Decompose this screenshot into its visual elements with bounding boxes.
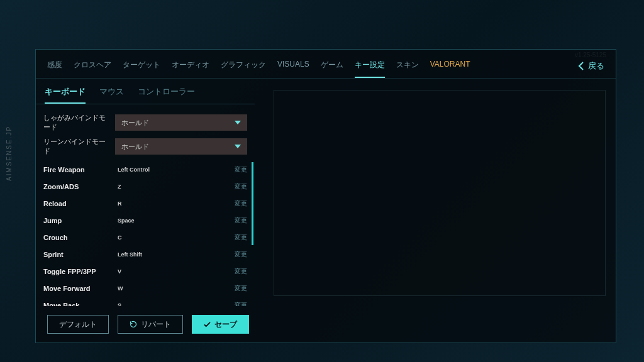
binding-key: Left Shift: [118, 251, 228, 258]
scrollbar[interactable]: [252, 162, 253, 305]
binding-key: Z: [118, 184, 228, 190]
change-button[interactable]: 変更: [235, 284, 247, 293]
default-button[interactable]: デフォルト: [47, 315, 109, 334]
back-label: 戻る: [588, 60, 604, 72]
main-tabs: 感度クロスヘアターゲットオーディオグラフィックVISUALSゲームキー設定スキン…: [47, 60, 578, 78]
revert-label: リバート: [141, 319, 171, 330]
settings-panel: 感度クロスヘアターゲットオーディオグラフィックVISUALSゲームキー設定スキン…: [35, 49, 616, 343]
back-button[interactable]: 戻る: [578, 60, 604, 78]
binding-key: S: [118, 302, 228, 307]
main-tab-4[interactable]: グラフィック: [221, 60, 266, 78]
binding-key: R: [118, 200, 228, 207]
main-tab-9[interactable]: VALORANT: [430, 60, 470, 78]
preview-pane: [274, 90, 606, 296]
change-button[interactable]: 変更: [235, 199, 247, 208]
check-icon: [204, 322, 211, 327]
binding-row: Fire WeaponLeft Control変更: [36, 161, 255, 178]
chevron-down-icon: [235, 145, 241, 148]
sub-tab-2[interactable]: コントローラー: [138, 86, 195, 104]
watermark-text: AIMSENSE.JP: [6, 126, 13, 181]
save-label: セーブ: [214, 319, 237, 330]
change-button[interactable]: 変更: [235, 165, 247, 174]
main-tab-0[interactable]: 感度: [47, 60, 62, 78]
binding-row: Zoom/ADSZ変更: [36, 178, 255, 195]
change-button[interactable]: 変更: [235, 250, 247, 259]
main-tab-1[interactable]: クロスヘア: [74, 60, 111, 78]
binding-row: JumpSpace変更: [36, 212, 255, 229]
binding-row: ReloadR変更: [36, 195, 255, 212]
binding-row: CrouchC変更: [36, 229, 255, 246]
binding-row: Move ForwardW変更: [36, 280, 255, 297]
mode-dropdown[interactable]: ホールド: [115, 114, 247, 131]
mode-label: しゃがみバインドモード: [43, 113, 109, 132]
main-tab-3[interactable]: オーディオ: [172, 60, 209, 78]
main-tab-5[interactable]: VISUALS: [277, 60, 309, 78]
binding-action: Move Forward: [43, 285, 111, 292]
binding-row: Move BackS変更: [36, 297, 255, 306]
dropdown-value: ホールド: [121, 142, 149, 151]
change-button[interactable]: 変更: [235, 267, 247, 276]
mode-label: リーンバインドモード: [43, 137, 109, 156]
scroll-thumb[interactable]: [252, 162, 253, 245]
binding-key: Space: [118, 217, 228, 224]
bindings-list: Fire WeaponLeft Control変更Zoom/ADSZ変更Relo…: [36, 161, 255, 306]
bind-mode-section: しゃがみバインドモードホールドリーンバインドモードホールド: [36, 104, 255, 161]
change-button[interactable]: 変更: [235, 301, 247, 307]
binding-action: Zoom/ADS: [43, 183, 111, 190]
chevron-down-icon: [235, 121, 241, 124]
footer-buttons: デフォルト リバート セーブ: [36, 306, 616, 343]
mode-row-1: リーンバインドモードホールド: [36, 134, 255, 158]
binding-row: Toggle FPP/3PPV変更: [36, 263, 255, 280]
main-tab-7[interactable]: キー設定: [355, 60, 385, 78]
binding-action: Toggle FPP/3PP: [43, 268, 111, 275]
binding-action: Sprint: [43, 251, 111, 258]
main-tab-6[interactable]: ゲーム: [321, 60, 343, 78]
binding-key: W: [118, 285, 228, 292]
binding-action: Move Back: [43, 302, 111, 307]
left-column: キーボードマウスコントローラー しゃがみバインドモードホールドリーンバインドモー…: [36, 79, 255, 306]
binding-action: Crouch: [43, 234, 111, 241]
binding-row: SprintLeft Shift変更: [36, 246, 255, 263]
sub-tabs: キーボードマウスコントローラー: [36, 79, 255, 104]
save-button[interactable]: セーブ: [192, 315, 249, 334]
default-label: デフォルト: [59, 319, 97, 330]
binding-action: Fire Weapon: [43, 166, 111, 173]
mode-dropdown[interactable]: ホールド: [115, 138, 247, 155]
main-tab-2[interactable]: ターゲット: [123, 60, 160, 78]
content-area: キーボードマウスコントローラー しゃがみバインドモードホールドリーンバインドモー…: [36, 79, 616, 306]
mode-row-0: しゃがみバインドモードホールド: [36, 111, 255, 134]
sub-tab-0[interactable]: キーボード: [45, 86, 86, 104]
binding-key: C: [118, 234, 228, 241]
main-tab-8[interactable]: スキン: [396, 60, 419, 78]
dropdown-value: ホールド: [121, 118, 149, 128]
change-button[interactable]: 変更: [235, 182, 247, 191]
revert-icon: [130, 321, 137, 328]
change-button[interactable]: 変更: [235, 233, 247, 242]
chevron-left-icon: [578, 62, 584, 70]
revert-button[interactable]: リバート: [118, 315, 183, 334]
binding-action: Jump: [43, 217, 111, 224]
top-bar: 感度クロスヘアターゲットオーディオグラフィックVISUALSゲームキー設定スキン…: [36, 50, 616, 79]
change-button[interactable]: 変更: [235, 216, 247, 225]
binding-key: Left Control: [118, 167, 228, 173]
binding-action: Reload: [43, 200, 111, 207]
binding-key: V: [118, 268, 228, 275]
sub-tab-1[interactable]: マウス: [99, 86, 124, 104]
